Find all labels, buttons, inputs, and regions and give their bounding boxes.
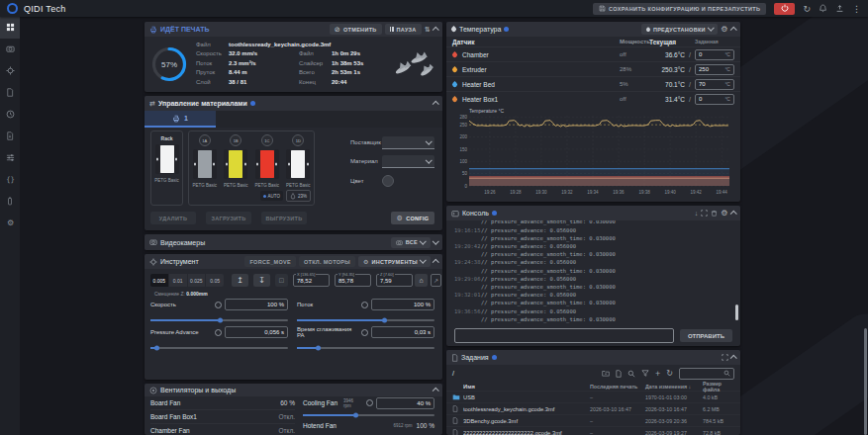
sidebar-item-history[interactable] bbox=[0, 104, 20, 126]
job-row[interactable]: toothlessready_keychain.gcode.3mf2026-03… bbox=[446, 402, 740, 414]
temp-target-input[interactable] bbox=[699, 66, 717, 72]
auto-toggle[interactable]: AUTO bbox=[260, 191, 283, 201]
slider-track[interactable] bbox=[297, 347, 434, 349]
material-select[interactable] bbox=[382, 155, 434, 168]
add-folder-icon[interactable] bbox=[602, 370, 610, 377]
home-all-button[interactable]: ⌂ bbox=[415, 274, 428, 287]
axis-y-position[interactable]: Y [94.35]85,78 bbox=[335, 274, 371, 287]
sidebar-item-system[interactable] bbox=[0, 191, 20, 213]
filament-slot-1A[interactable]: 1A PETG Basic bbox=[189, 131, 221, 191]
slider-handle[interactable] bbox=[316, 346, 321, 351]
filament-slot-1B[interactable]: 1B PETG Basic bbox=[221, 131, 252, 191]
page-scrollbar[interactable] bbox=[864, 328, 867, 435]
info-icon[interactable] bbox=[492, 211, 497, 216]
reset-icon[interactable] bbox=[215, 302, 222, 308]
delete-button[interactable]: УДАЛИТЬ bbox=[150, 212, 196, 224]
slider-track[interactable] bbox=[150, 347, 288, 349]
host-restart-icon[interactable]: ↻ bbox=[803, 4, 811, 14]
sidebar-item-settings[interactable]: ⚙ bbox=[0, 213, 20, 234]
sidebar-item-gcode[interactable] bbox=[0, 126, 20, 147]
slider-handle[interactable] bbox=[382, 318, 387, 323]
presets-button[interactable]: ПРЕДУСТАНОВКИ bbox=[641, 24, 718, 35]
info-icon[interactable] bbox=[504, 27, 509, 32]
collapse-panel-icon[interactable] bbox=[433, 260, 438, 266]
qidi-logo-icon[interactable] bbox=[7, 3, 18, 14]
collapse-panel-icon[interactable] bbox=[433, 389, 438, 394]
color-swatch[interactable] bbox=[382, 175, 394, 187]
motors-off-button[interactable]: ОТКЛ. МОТОРЫ bbox=[299, 256, 355, 267]
z-offset-up-button[interactable]: ↥ bbox=[232, 274, 248, 287]
sidebar-item-files[interactable] bbox=[0, 82, 20, 104]
temp-row-chamber[interactable]: Chamber off36.6°C/ °C bbox=[446, 46, 740, 61]
z-offset-save-button[interactable]: ⊡ bbox=[275, 274, 288, 287]
temp-row-heater-bed[interactable]: Heater Bed 5%70.1°C/ °C bbox=[446, 76, 740, 91]
info-icon[interactable] bbox=[492, 355, 497, 360]
send-button[interactable]: ОТПРАВИТЬ bbox=[680, 329, 732, 342]
filament-slot-1D[interactable]: 1D PETG Basic bbox=[283, 131, 315, 191]
materials-tab-1[interactable]: 1 bbox=[145, 111, 216, 128]
tools-menu-button[interactable]: ⚙ ИНСТРУМЕНТЫ bbox=[358, 256, 431, 267]
z-offset-down-button[interactable]: ↧ bbox=[253, 274, 270, 287]
collapse-panel-icon[interactable] bbox=[433, 28, 438, 34]
collapse-panel-icon[interactable] bbox=[730, 28, 736, 34]
z-step-0.005[interactable]: 0.005 bbox=[150, 274, 168, 287]
slider-value[interactable]: 0,056 s bbox=[225, 326, 288, 338]
expand-panel-icon[interactable] bbox=[433, 237, 438, 243]
temp-target-field[interactable]: °C bbox=[695, 79, 734, 90]
load-button[interactable]: ЗАГРУЗИТЬ bbox=[206, 212, 251, 224]
axis-z-position[interactable]: Z [7.60]7,59 bbox=[376, 274, 413, 287]
z-step-0.01[interactable]: 0.01 bbox=[169, 274, 187, 287]
collapse-layout-icon[interactable]: ⇅ bbox=[425, 26, 431, 34]
reset-icon[interactable] bbox=[361, 302, 368, 308]
axis-x-position[interactable]: X [136.65]78,52 bbox=[293, 274, 330, 287]
upload-file-icon[interactable] bbox=[616, 370, 622, 378]
collapse-panel-icon[interactable] bbox=[433, 102, 438, 108]
unload-button[interactable]: ВЫГРУЗИТЬ bbox=[261, 212, 307, 224]
cooling-fan-value[interactable]: 40 % bbox=[376, 397, 434, 409]
z-step-0.05[interactable]: 0.05 bbox=[206, 274, 224, 287]
emergency-stop-button[interactable] bbox=[774, 3, 795, 15]
upload-icon[interactable] bbox=[835, 4, 844, 13]
scroll-down-icon[interactable]: ↓ bbox=[695, 210, 699, 217]
temp-target-input[interactable] bbox=[699, 96, 717, 102]
force-move-button[interactable]: FORCE_MOVE bbox=[244, 256, 296, 267]
console-log[interactable]: // pressure_advance_smooth_time: 0.03000… bbox=[446, 220, 740, 323]
console-scrollbar[interactable] bbox=[735, 304, 738, 320]
console-input[interactable] bbox=[454, 328, 674, 343]
reset-icon[interactable] bbox=[361, 329, 368, 336]
slider-value[interactable]: 0,03 s bbox=[371, 326, 434, 338]
filter-icon[interactable] bbox=[641, 370, 649, 377]
reset-icon[interactable] bbox=[366, 399, 373, 406]
cancel-print-button[interactable]: ⊘ ОТМЕНИТЬ bbox=[330, 24, 382, 35]
save-config-restart-button[interactable]: СОХРАНИТЬ КОНФИГУРАЦИЮ И ПЕРЕЗАПУСТИТЬ bbox=[593, 3, 766, 15]
sidebar-item-motion[interactable] bbox=[0, 60, 20, 82]
temp-target-input[interactable] bbox=[699, 51, 717, 57]
trash-icon[interactable] bbox=[711, 210, 718, 217]
pause-print-button[interactable]: ПАУЗА bbox=[385, 24, 422, 35]
add-icon[interactable]: + bbox=[655, 369, 660, 379]
job-row[interactable]: 2222222222222222222222.gcode.3mf– 2026-0… bbox=[446, 426, 740, 435]
slider-track[interactable] bbox=[150, 319, 288, 321]
slider-value[interactable]: 100 % bbox=[225, 299, 288, 310]
filament-slot-1C[interactable]: 1C PETG Basic bbox=[251, 131, 283, 191]
sidebar-item-dashboard[interactable] bbox=[0, 17, 20, 39]
camera-all-button[interactable]: ВСЕ bbox=[391, 237, 431, 248]
temp-row-heater-box1[interactable]: Heater Box1 off31.4°C/ °C bbox=[446, 91, 740, 106]
cooling-fan-slider[interactable] bbox=[303, 409, 434, 419]
slider-value[interactable]: 100 % bbox=[371, 299, 434, 310]
refresh-icon[interactable]: ↻ bbox=[666, 369, 673, 378]
sidebar-item-camera[interactable] bbox=[0, 39, 20, 60]
temp-target-field[interactable]: °C bbox=[695, 94, 734, 105]
sidebar-item-tune[interactable] bbox=[0, 147, 20, 169]
slider-handle[interactable] bbox=[154, 346, 159, 351]
temp-row-extruder[interactable]: Extruder 28%250.3°C/ °C bbox=[446, 61, 740, 76]
expand-icon[interactable] bbox=[701, 210, 708, 217]
supplier-select[interactable] bbox=[382, 136, 434, 149]
config-button[interactable]: ⚙ CONFIG bbox=[391, 212, 434, 224]
gear-icon[interactable]: ⚙ bbox=[721, 210, 727, 218]
sidebar-item-configuration[interactable]: {} bbox=[0, 169, 20, 191]
slider-track[interactable] bbox=[297, 319, 434, 321]
filament-slot-rack[interactable]: Rack PETG Basic bbox=[151, 131, 182, 183]
slider-handle[interactable] bbox=[218, 318, 223, 323]
kebab-menu-icon[interactable]: ⋮ bbox=[852, 4, 861, 14]
